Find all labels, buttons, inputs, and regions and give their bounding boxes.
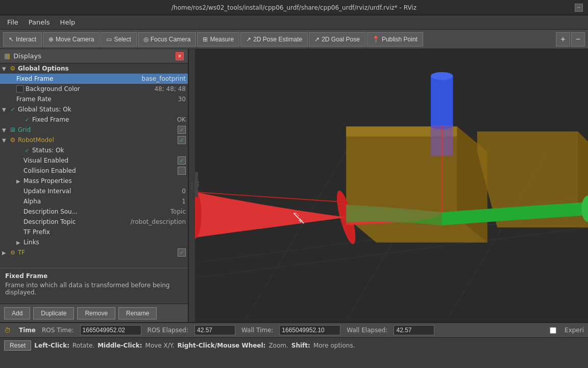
ok-check-icon: ✓ bbox=[23, 116, 31, 123]
global-options-item[interactable]: ▼ ⚙ Global Options bbox=[0, 63, 188, 74]
alpha-item[interactable]: Alpha 1 bbox=[0, 196, 188, 206]
ros-elapsed-input[interactable] bbox=[194, 325, 235, 335]
visual-enabled-item[interactable]: Visual Enabled bbox=[0, 155, 188, 166]
displays-tree[interactable]: ▼ ⚙ Global Options Fixed Frame base_foot… bbox=[0, 63, 188, 268]
right-click-value: Zoom. bbox=[268, 342, 288, 349]
grid-checkbox[interactable] bbox=[178, 126, 186, 134]
visual-enabled-checkbox[interactable] bbox=[178, 156, 186, 165]
wall-elapsed-input[interactable] bbox=[394, 325, 434, 335]
ros-time-label: ROS Time: bbox=[42, 327, 74, 334]
cursor-icon: ↖ bbox=[9, 36, 14, 43]
expand-grid[interactable]: ▼ bbox=[2, 127, 8, 133]
wall-time-input[interactable] bbox=[279, 325, 340, 335]
3d-viewport[interactable]: ✛ ⋮ bbox=[195, 49, 588, 322]
info-title: Fixed Frame bbox=[5, 272, 183, 280]
ok-icon: ✓ bbox=[9, 106, 16, 113]
main-content: ▦ Displays × ▼ ⚙ Global Options Fixed Fr… bbox=[0, 49, 588, 322]
select-icon: ▭ bbox=[106, 36, 112, 43]
pose-estimate-button[interactable]: ↗ 2D Pose Estimate bbox=[240, 32, 308, 47]
reset-button[interactable]: Reset bbox=[4, 340, 31, 351]
wall-elapsed-label: Wall Elapsed: bbox=[347, 327, 387, 334]
close-button[interactable]: ─ bbox=[575, 4, 583, 12]
buttons-panel: Add Duplicate Remove Rename bbox=[0, 304, 188, 322]
right-click-label: Right-Click/Mouse Wheel: bbox=[178, 342, 266, 349]
measure-icon: ⊞ bbox=[203, 36, 208, 43]
remove-display-button[interactable]: − bbox=[571, 32, 585, 47]
scene-canvas: ✛ ⋮ bbox=[195, 49, 588, 322]
middle-click-label: Middle-Click: bbox=[97, 342, 142, 349]
experimental-checkbox[interactable] bbox=[550, 327, 556, 334]
displays-header: ▦ Displays × bbox=[0, 49, 188, 63]
file-menu[interactable]: File bbox=[2, 17, 23, 27]
description-source-item[interactable]: Description Sou... Topic bbox=[0, 206, 188, 217]
point-icon: 📍 bbox=[372, 36, 380, 43]
displays-title: ▦ Displays bbox=[4, 52, 41, 60]
svg-text:✛: ✛ bbox=[298, 218, 302, 223]
measure-button[interactable]: ⊞ Measure bbox=[197, 32, 239, 47]
robot-model-item[interactable]: ▼ ⚙ RobotModel bbox=[0, 135, 188, 145]
collision-enabled-checkbox[interactable] bbox=[178, 167, 186, 175]
tf-prefix-item[interactable]: TF Prefix bbox=[0, 227, 188, 237]
links-item[interactable]: ▶ Links bbox=[0, 237, 188, 247]
experimental-label: Experi bbox=[565, 327, 584, 334]
camera-icon: ⊕ bbox=[48, 36, 54, 43]
goal-icon: ↗ bbox=[314, 36, 320, 43]
publish-point-button[interactable]: 📍 Publish Point bbox=[366, 32, 423, 47]
rename-button[interactable]: Rename bbox=[118, 307, 157, 319]
ros-time-input[interactable] bbox=[80, 325, 141, 335]
focus-icon: ◎ bbox=[143, 36, 149, 43]
tf-icon: ⚙ bbox=[9, 249, 16, 256]
background-color-item[interactable]: Background Color 48; 48; 48 bbox=[0, 84, 188, 94]
background-color-swatch bbox=[16, 85, 23, 93]
duplicate-button[interactable]: Duplicate bbox=[33, 307, 74, 319]
select-button[interactable]: ▭ Select bbox=[101, 32, 136, 47]
tf-checkbox[interactable] bbox=[178, 248, 186, 257]
update-interval-item[interactable]: Update Interval 0 bbox=[0, 186, 188, 196]
info-description: Frame into which all data is transformed… bbox=[5, 282, 183, 296]
add-button[interactable]: Add bbox=[4, 307, 30, 319]
mass-properties-item[interactable]: ▶ Mass Properties bbox=[0, 176, 188, 186]
fixed-frame-item[interactable]: Fixed Frame base_footprint bbox=[0, 74, 188, 84]
expand-global-options[interactable]: ▼ bbox=[2, 66, 8, 72]
robot-status-item[interactable]: ✓ Status: Ok bbox=[0, 145, 188, 155]
expand-tf[interactable]: ▶ bbox=[2, 250, 8, 256]
expand-mass-properties[interactable]: ▶ bbox=[16, 178, 22, 184]
remove-button[interactable]: Remove bbox=[77, 307, 115, 319]
tf-item[interactable]: ▶ ⚙ TF bbox=[0, 247, 188, 258]
svg-point-14 bbox=[431, 72, 453, 80]
pose-icon: ↗ bbox=[246, 36, 251, 43]
info-panel: Fixed Frame Frame into which all data is… bbox=[0, 268, 188, 304]
robot-model-checkbox[interactable] bbox=[178, 136, 186, 144]
expand-robot-model[interactable]: ▼ bbox=[2, 137, 8, 143]
add-display-button[interactable]: + bbox=[556, 32, 570, 47]
move-camera-button[interactable]: ⊕ Move Camera bbox=[43, 32, 100, 47]
robot-ok-icon: ✓ bbox=[23, 147, 31, 154]
global-status-item[interactable]: ▼ ✓ Global Status: Ok bbox=[0, 104, 188, 114]
displays-close-button[interactable]: × bbox=[176, 52, 184, 60]
interact-button[interactable]: ↖ Interact bbox=[3, 32, 42, 47]
expand-global-status[interactable]: ▼ bbox=[2, 107, 8, 112]
focus-camera-button[interactable]: ◎ Focus Camera bbox=[138, 32, 197, 47]
time-icon: ⏱ bbox=[4, 327, 11, 334]
panels-menu[interactable]: Panels bbox=[23, 17, 55, 27]
shift-value: More options. bbox=[313, 342, 355, 349]
collision-enabled-item[interactable]: Collision Enabled bbox=[0, 166, 188, 176]
ros-elapsed-label: ROS Elapsed: bbox=[148, 327, 188, 334]
svg-text:⋮: ⋮ bbox=[195, 180, 202, 188]
expand-fixed-frame bbox=[9, 76, 15, 82]
left-click-value: Rotate. bbox=[72, 342, 94, 349]
frame-rate-item[interactable]: Frame Rate 30 bbox=[0, 94, 188, 104]
grid-item[interactable]: ▼ ⊞ Grid bbox=[0, 125, 188, 135]
middle-click-value: Move X/Y. bbox=[145, 342, 175, 349]
shift-label: Shift: bbox=[291, 342, 310, 349]
goal-pose-button[interactable]: ↗ 2D Goal Pose bbox=[309, 32, 365, 47]
robot-icon: ⚙ bbox=[9, 136, 16, 144]
status-bar: Reset Left-Click: Rotate. Middle-Click: … bbox=[0, 338, 588, 353]
fixed-frame-status-item[interactable]: ✓ Fixed Frame OK bbox=[0, 114, 188, 125]
titlebar: /home/ros2/ws02_tools/install/cpp06_urdf… bbox=[0, 0, 588, 15]
panel-resizer[interactable] bbox=[189, 49, 195, 322]
time-bar: ⏱ Time ROS Time: ROS Elapsed: Wall Time:… bbox=[0, 323, 588, 338]
help-menu[interactable]: Help bbox=[55, 17, 81, 27]
description-topic-item[interactable]: Description Topic /robot_description bbox=[0, 217, 188, 227]
expand-links[interactable]: ▶ bbox=[16, 240, 22, 245]
